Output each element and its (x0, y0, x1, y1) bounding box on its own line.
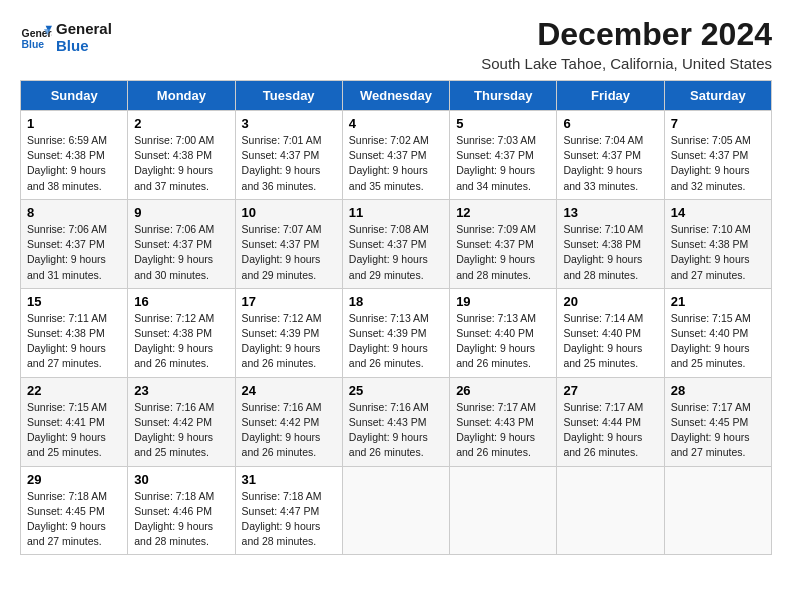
day-number: 26 (456, 383, 550, 398)
logo: General Blue General Blue (20, 20, 112, 54)
calendar-cell: 2Sunrise: 7:00 AM Sunset: 4:38 PM Daylig… (128, 111, 235, 200)
title-area: December 2024 South Lake Tahoe, Californ… (481, 16, 772, 72)
calendar-cell (664, 466, 771, 555)
calendar-cell: 23Sunrise: 7:16 AM Sunset: 4:42 PM Dayli… (128, 377, 235, 466)
day-number: 31 (242, 472, 336, 487)
calendar-cell: 16Sunrise: 7:12 AM Sunset: 4:38 PM Dayli… (128, 288, 235, 377)
calendar-cell: 25Sunrise: 7:16 AM Sunset: 4:43 PM Dayli… (342, 377, 449, 466)
day-info: Sunrise: 7:10 AM Sunset: 4:38 PM Dayligh… (563, 222, 657, 283)
calendar-cell: 11Sunrise: 7:08 AM Sunset: 4:37 PM Dayli… (342, 199, 449, 288)
calendar-cell: 22Sunrise: 7:15 AM Sunset: 4:41 PM Dayli… (21, 377, 128, 466)
day-info: Sunrise: 7:16 AM Sunset: 4:42 PM Dayligh… (134, 400, 228, 461)
calendar-cell (342, 466, 449, 555)
calendar-cell: 1Sunrise: 6:59 AM Sunset: 4:38 PM Daylig… (21, 111, 128, 200)
day-number: 24 (242, 383, 336, 398)
calendar-cell: 7Sunrise: 7:05 AM Sunset: 4:37 PM Daylig… (664, 111, 771, 200)
calendar-cell: 24Sunrise: 7:16 AM Sunset: 4:42 PM Dayli… (235, 377, 342, 466)
calendar-cell: 8Sunrise: 7:06 AM Sunset: 4:37 PM Daylig… (21, 199, 128, 288)
day-info: Sunrise: 7:18 AM Sunset: 4:45 PM Dayligh… (27, 489, 121, 550)
calendar-week-2: 8Sunrise: 7:06 AM Sunset: 4:37 PM Daylig… (21, 199, 772, 288)
calendar-cell: 27Sunrise: 7:17 AM Sunset: 4:44 PM Dayli… (557, 377, 664, 466)
day-number: 21 (671, 294, 765, 309)
day-number: 18 (349, 294, 443, 309)
calendar-cell: 20Sunrise: 7:14 AM Sunset: 4:40 PM Dayli… (557, 288, 664, 377)
day-info: Sunrise: 7:12 AM Sunset: 4:39 PM Dayligh… (242, 311, 336, 372)
col-monday: Monday (128, 81, 235, 111)
calendar-cell: 15Sunrise: 7:11 AM Sunset: 4:38 PM Dayli… (21, 288, 128, 377)
calendar-cell: 21Sunrise: 7:15 AM Sunset: 4:40 PM Dayli… (664, 288, 771, 377)
day-number: 15 (27, 294, 121, 309)
day-number: 4 (349, 116, 443, 131)
day-number: 20 (563, 294, 657, 309)
day-number: 2 (134, 116, 228, 131)
col-saturday: Saturday (664, 81, 771, 111)
day-info: Sunrise: 7:15 AM Sunset: 4:40 PM Dayligh… (671, 311, 765, 372)
logo-icon: General Blue (20, 21, 52, 53)
calendar-cell: 18Sunrise: 7:13 AM Sunset: 4:39 PM Dayli… (342, 288, 449, 377)
page-title: December 2024 (481, 16, 772, 53)
day-number: 30 (134, 472, 228, 487)
day-info: Sunrise: 7:01 AM Sunset: 4:37 PM Dayligh… (242, 133, 336, 194)
day-number: 19 (456, 294, 550, 309)
logo-general: General (56, 20, 112, 37)
col-thursday: Thursday (450, 81, 557, 111)
day-info: Sunrise: 7:18 AM Sunset: 4:46 PM Dayligh… (134, 489, 228, 550)
calendar-cell: 28Sunrise: 7:17 AM Sunset: 4:45 PM Dayli… (664, 377, 771, 466)
day-info: Sunrise: 7:06 AM Sunset: 4:37 PM Dayligh… (27, 222, 121, 283)
day-number: 9 (134, 205, 228, 220)
day-info: Sunrise: 7:17 AM Sunset: 4:45 PM Dayligh… (671, 400, 765, 461)
day-info: Sunrise: 7:00 AM Sunset: 4:38 PM Dayligh… (134, 133, 228, 194)
calendar-cell (557, 466, 664, 555)
day-info: Sunrise: 7:16 AM Sunset: 4:42 PM Dayligh… (242, 400, 336, 461)
day-info: Sunrise: 7:10 AM Sunset: 4:38 PM Dayligh… (671, 222, 765, 283)
day-info: Sunrise: 7:12 AM Sunset: 4:38 PM Dayligh… (134, 311, 228, 372)
svg-text:Blue: Blue (22, 39, 45, 50)
day-number: 25 (349, 383, 443, 398)
calendar-cell: 9Sunrise: 7:06 AM Sunset: 4:37 PM Daylig… (128, 199, 235, 288)
day-number: 16 (134, 294, 228, 309)
calendar-cell: 19Sunrise: 7:13 AM Sunset: 4:40 PM Dayli… (450, 288, 557, 377)
day-info: Sunrise: 7:02 AM Sunset: 4:37 PM Dayligh… (349, 133, 443, 194)
calendar-cell: 4Sunrise: 7:02 AM Sunset: 4:37 PM Daylig… (342, 111, 449, 200)
calendar-table: Sunday Monday Tuesday Wednesday Thursday… (20, 80, 772, 555)
calendar-week-3: 15Sunrise: 7:11 AM Sunset: 4:38 PM Dayli… (21, 288, 772, 377)
day-number: 14 (671, 205, 765, 220)
day-info: Sunrise: 7:18 AM Sunset: 4:47 PM Dayligh… (242, 489, 336, 550)
day-number: 10 (242, 205, 336, 220)
day-number: 6 (563, 116, 657, 131)
calendar-cell: 3Sunrise: 7:01 AM Sunset: 4:37 PM Daylig… (235, 111, 342, 200)
day-info: Sunrise: 7:06 AM Sunset: 4:37 PM Dayligh… (134, 222, 228, 283)
calendar-cell: 17Sunrise: 7:12 AM Sunset: 4:39 PM Dayli… (235, 288, 342, 377)
day-info: Sunrise: 7:17 AM Sunset: 4:44 PM Dayligh… (563, 400, 657, 461)
day-info: Sunrise: 7:14 AM Sunset: 4:40 PM Dayligh… (563, 311, 657, 372)
day-info: Sunrise: 7:15 AM Sunset: 4:41 PM Dayligh… (27, 400, 121, 461)
calendar-cell: 29Sunrise: 7:18 AM Sunset: 4:45 PM Dayli… (21, 466, 128, 555)
day-info: Sunrise: 7:11 AM Sunset: 4:38 PM Dayligh… (27, 311, 121, 372)
calendar-cell: 14Sunrise: 7:10 AM Sunset: 4:38 PM Dayli… (664, 199, 771, 288)
calendar-cell: 26Sunrise: 7:17 AM Sunset: 4:43 PM Dayli… (450, 377, 557, 466)
calendar-cell: 31Sunrise: 7:18 AM Sunset: 4:47 PM Dayli… (235, 466, 342, 555)
day-number: 3 (242, 116, 336, 131)
day-info: Sunrise: 7:16 AM Sunset: 4:43 PM Dayligh… (349, 400, 443, 461)
day-number: 5 (456, 116, 550, 131)
calendar-cell: 13Sunrise: 7:10 AM Sunset: 4:38 PM Dayli… (557, 199, 664, 288)
day-number: 28 (671, 383, 765, 398)
day-info: Sunrise: 7:13 AM Sunset: 4:40 PM Dayligh… (456, 311, 550, 372)
calendar-cell: 12Sunrise: 7:09 AM Sunset: 4:37 PM Dayli… (450, 199, 557, 288)
page-subtitle: South Lake Tahoe, California, United Sta… (481, 55, 772, 72)
day-number: 12 (456, 205, 550, 220)
calendar-cell: 10Sunrise: 7:07 AM Sunset: 4:37 PM Dayli… (235, 199, 342, 288)
header-row: Sunday Monday Tuesday Wednesday Thursday… (21, 81, 772, 111)
day-number: 23 (134, 383, 228, 398)
calendar-week-1: 1Sunrise: 6:59 AM Sunset: 4:38 PM Daylig… (21, 111, 772, 200)
day-info: Sunrise: 7:03 AM Sunset: 4:37 PM Dayligh… (456, 133, 550, 194)
calendar-cell: 5Sunrise: 7:03 AM Sunset: 4:37 PM Daylig… (450, 111, 557, 200)
col-tuesday: Tuesday (235, 81, 342, 111)
day-number: 27 (563, 383, 657, 398)
col-wednesday: Wednesday (342, 81, 449, 111)
day-info: Sunrise: 7:07 AM Sunset: 4:37 PM Dayligh… (242, 222, 336, 283)
day-info: Sunrise: 7:17 AM Sunset: 4:43 PM Dayligh… (456, 400, 550, 461)
day-number: 17 (242, 294, 336, 309)
day-number: 8 (27, 205, 121, 220)
day-number: 11 (349, 205, 443, 220)
